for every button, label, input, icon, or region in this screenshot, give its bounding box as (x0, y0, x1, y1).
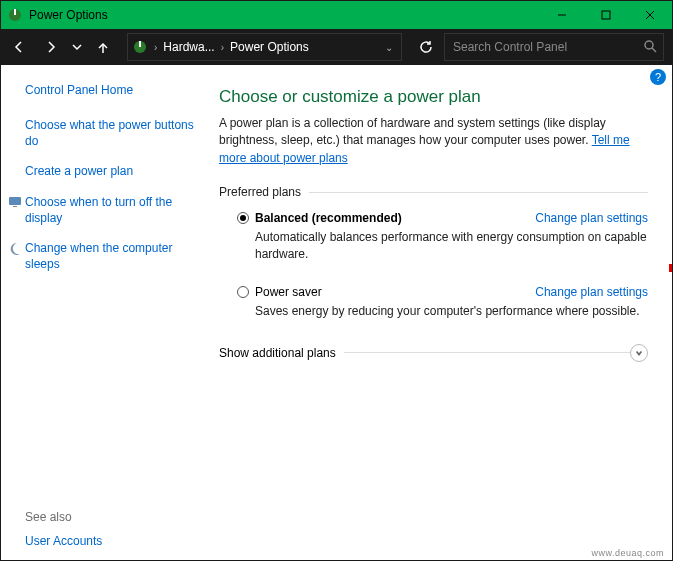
show-additional-plans[interactable]: Show additional plans (219, 344, 648, 362)
plan-description: Automatically balances performance with … (255, 229, 648, 263)
sidebar-link-turn-off-display[interactable]: Choose when to turn off the display (8, 194, 199, 226)
chevron-down-icon (630, 344, 648, 362)
svg-rect-3 (602, 11, 610, 19)
divider (309, 192, 648, 193)
breadcrumb: Hardwa... › Power Options (159, 40, 377, 54)
sidebar-link-power-buttons[interactable]: Choose what the power buttons do (25, 117, 199, 149)
radio-balanced[interactable] (237, 212, 249, 224)
preferred-plans-label: Preferred plans (219, 185, 648, 199)
search-box[interactable] (444, 33, 664, 61)
divider (344, 352, 630, 353)
sidebar-item-label: Choose when to turn off the display (25, 194, 199, 226)
svg-rect-8 (139, 41, 141, 47)
main-panel: ? Choose or customize a power plan A pow… (211, 65, 672, 560)
plan-description: Saves energy by reducing your computer's… (255, 303, 648, 320)
chevron-right-icon: › (152, 42, 159, 53)
sidebar-item-label: Change when the computer sleeps (25, 240, 199, 272)
change-plan-settings-link[interactable]: Change plan settings (535, 211, 648, 225)
svg-point-9 (645, 41, 653, 49)
window-title: Power Options (29, 8, 108, 22)
refresh-button[interactable] (412, 33, 440, 61)
sidebar-link-create-plan[interactable]: Create a power plan (25, 163, 199, 179)
address-bar[interactable]: › Hardwa... › Power Options ⌄ (127, 33, 402, 61)
control-panel-window: Power Options › Hardwa... › Power Option… (0, 0, 673, 561)
breadcrumb-segment[interactable]: Power Options (226, 40, 313, 54)
radio-power-saver[interactable] (237, 286, 249, 298)
up-button[interactable] (89, 33, 117, 61)
svg-rect-11 (9, 197, 21, 205)
recent-dropdown[interactable] (69, 33, 85, 61)
search-icon[interactable] (643, 39, 657, 56)
plan-power-saver: Power saver Change plan settings Saves e… (219, 285, 648, 320)
plan-balanced: Balanced (recommended) Change plan setti… (219, 211, 648, 263)
control-panel-home-link[interactable]: Control Panel Home (25, 83, 199, 97)
titlebar: Power Options (1, 1, 672, 29)
maximize-button[interactable] (584, 1, 628, 29)
power-options-icon (128, 39, 152, 55)
page-title: Choose or customize a power plan (219, 87, 648, 107)
chevron-right-icon: › (219, 42, 226, 53)
moon-icon (8, 241, 22, 255)
sidebar-link-computer-sleeps[interactable]: Change when the computer sleeps (8, 240, 199, 272)
close-button[interactable] (628, 1, 672, 29)
display-icon (8, 195, 22, 209)
svg-rect-1 (14, 9, 16, 15)
description-text: A power plan is a collection of hardware… (219, 116, 606, 147)
power-options-icon (7, 7, 23, 23)
sidebar: Control Panel Home Choose what the power… (1, 65, 211, 560)
address-dropdown[interactable]: ⌄ (377, 42, 401, 53)
user-accounts-link[interactable]: User Accounts (25, 534, 199, 548)
window-controls (540, 1, 672, 29)
titlebar-left: Power Options (1, 7, 108, 23)
watermark: www.deuaq.com (591, 548, 664, 558)
plan-name: Power saver (255, 285, 322, 299)
plan-name: Balanced (recommended) (255, 211, 402, 225)
forward-button[interactable] (37, 33, 65, 61)
section-label-text: Preferred plans (219, 185, 301, 199)
svg-line-10 (652, 48, 656, 52)
breadcrumb-segment[interactable]: Hardwa... (159, 40, 218, 54)
change-plan-settings-link[interactable]: Change plan settings (535, 285, 648, 299)
content-area: Control Panel Home Choose what the power… (1, 65, 672, 560)
expander-label: Show additional plans (219, 346, 336, 360)
back-button[interactable] (5, 33, 33, 61)
see-also-label: See also (25, 510, 199, 524)
page-description: A power plan is a collection of hardware… (219, 115, 648, 167)
navigation-bar: › Hardwa... › Power Options ⌄ (1, 29, 672, 65)
help-icon[interactable]: ? (650, 69, 666, 85)
annotation-arrow (669, 264, 672, 272)
svg-rect-12 (13, 206, 17, 207)
minimize-button[interactable] (540, 1, 584, 29)
search-input[interactable] (451, 39, 643, 55)
